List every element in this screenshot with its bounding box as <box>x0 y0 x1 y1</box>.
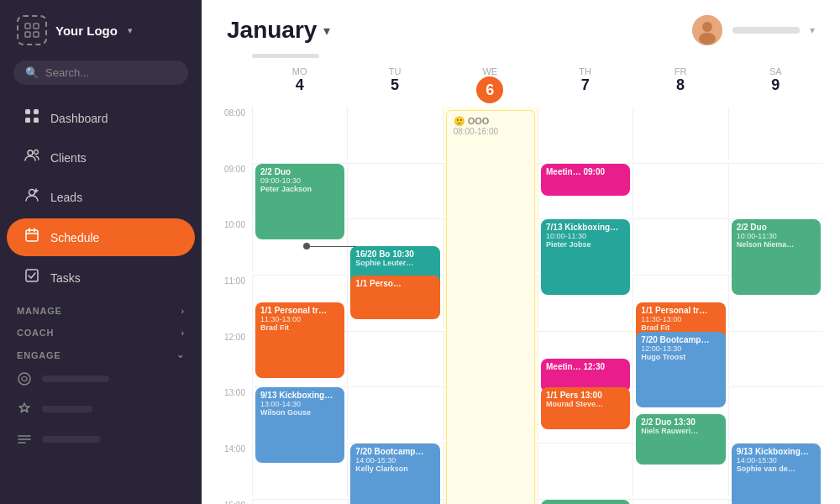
day-cell-th-14[interactable] <box>538 443 633 496</box>
drag-line <box>306 246 356 247</box>
user-avatar[interactable] <box>692 15 722 45</box>
schedule-icon <box>24 228 40 247</box>
logo-box <box>17 15 47 45</box>
day-cell-we-14[interactable] <box>443 443 538 496</box>
event-mo-kickboxing[interactable]: 9/13 Kickboxing… 13:00-14:30 Wilson Gous… <box>255 387 344 463</box>
day-cell-tu-08[interactable] <box>347 107 442 160</box>
event-tu-bootcamp[interactable]: 7/20 Bootcamp… 14:00-15:30 Kelly Clarkso… <box>350 444 439 504</box>
event-fr-duo2[interactable]: 2/2 Duo 13:30 Niels Rauweri… <box>636 414 725 465</box>
time-label-08: 08:00 <box>210 107 252 160</box>
day-cell-mo-15[interactable] <box>252 499 347 504</box>
search-input[interactable] <box>45 66 176 79</box>
search-icon: 🔍 <box>25 66 39 79</box>
event-th-pers[interactable]: 1/1 Pers 13:00 Mourad Steve… <box>541 387 630 429</box>
day-cell-we-10[interactable] <box>443 218 538 272</box>
day-cell-tu-09[interactable] <box>347 163 442 217</box>
user-dropdown-icon[interactable]: ▾ <box>810 24 815 36</box>
time-label-15: 15:00 <box>210 499 252 504</box>
day-cell-tu-10[interactable]: 16/20 Bo 10:30 Sophie Leuter… <box>347 218 442 272</box>
section-engage[interactable]: ENGAGE ⌄ <box>0 341 202 364</box>
sidebar-item-tasks[interactable]: Tasks <box>7 259 195 297</box>
svg-rect-7 <box>34 118 39 123</box>
svg-rect-17 <box>26 270 38 281</box>
day-cell-mo-08[interactable] <box>252 107 347 160</box>
day-cell-tu-13[interactable] <box>347 386 442 440</box>
day-cell-we-12[interactable] <box>443 331 538 385</box>
day-cell-th-12[interactable]: Meetin… 12:30 <box>538 331 633 385</box>
month-dropdown-icon[interactable]: ▾ <box>323 23 330 39</box>
day-cell-th-09[interactable]: Meetin… 09:00 <box>538 163 633 217</box>
day-cell-fr-08[interactable] <box>633 107 727 160</box>
engage-item-3[interactable] <box>0 424 202 454</box>
day-cell-mo-13[interactable]: 9/13 Kickboxing… 13:00-14:30 Wilson Gous… <box>252 386 347 440</box>
day-header-we: We 6 <box>443 63 538 107</box>
day-cell-fr-12[interactable]: 7/20 Bootcamp… 12:00-13:30 Hugo Troost <box>633 331 727 385</box>
day-cell-th-15[interactable]: 2/2 Duo 15:00 Ben van den l… <box>538 499 633 504</box>
header-right: ▾ <box>692 15 815 45</box>
day-cell-tu-11[interactable]: 1/1 Perso… <box>347 275 442 328</box>
calendar-header: January ▾ ▾ <box>202 0 840 54</box>
event-mo-duo[interactable]: 2/2 Duo 09:00-10:30 Peter Jackson <box>255 164 344 239</box>
day-cell-sa-12[interactable] <box>728 331 823 385</box>
time-label-12: 12:00 <box>210 331 252 385</box>
month-title[interactable]: January ▾ <box>227 17 330 44</box>
svg-point-24 <box>699 33 716 45</box>
search-bar[interactable]: 🔍 <box>13 60 188 85</box>
sidebar-item-leads[interactable]: Leads <box>7 178 195 216</box>
time-label-13: 13:00 <box>210 386 252 440</box>
day-cell-fr-10[interactable] <box>633 218 727 272</box>
day-cell-mo-11[interactable]: 1/1 Personal tr… 11:30-13:00 Brad Fit <box>252 275 347 328</box>
engage-text-placeholder-1 <box>42 375 109 382</box>
day-cell-th-13[interactable]: 1/1 Pers 13:00 Mourad Steve… <box>538 386 633 440</box>
day-cell-tu-14[interactable]: 7/20 Bootcamp… 14:00-15:30 Kelly Clarkso… <box>347 443 442 496</box>
day-cell-fr-09[interactable] <box>633 163 727 217</box>
day-cell-sa-10[interactable]: 2/2 Duo 10:00-11:30 Nelson Niema… <box>728 218 823 272</box>
sidebar-item-schedule[interactable]: Schedule <box>7 218 195 256</box>
svg-rect-6 <box>25 118 30 123</box>
sidebar-item-clients[interactable]: Clients <box>7 139 195 176</box>
day-cell-fr-15[interactable] <box>633 499 727 504</box>
event-tu-personal[interactable]: 1/1 Perso… <box>350 276 439 319</box>
day-cell-th-10[interactable]: 7/13 Kickboxing… 10:00-11:30 Pieter Jobs… <box>538 218 633 272</box>
tasks-label: Tasks <box>50 271 81 285</box>
day-cell-sa-13[interactable] <box>728 386 823 440</box>
day-cell-th-08[interactable] <box>538 107 633 160</box>
day-cell-we-15[interactable] <box>443 499 538 504</box>
event-fr-bootcamp[interactable]: 7/20 Bootcamp… 12:00-13:30 Hugo Troost <box>636 332 725 407</box>
day-cell-we-09[interactable]: 🙂 OOO 08:00-16:00 ≡ <box>443 163 538 217</box>
day-cell-we-08[interactable] <box>443 107 538 160</box>
time-grid-scroll[interactable]: 08:00 09:00 2/2 Duo 09:00-10:30 Peter Ja… <box>202 107 840 504</box>
day-cell-sa-08[interactable] <box>728 107 823 160</box>
svg-rect-2 <box>25 32 30 37</box>
day-cell-we-11[interactable] <box>443 275 538 328</box>
event-th-meeting1[interactable]: Meetin… 09:00 <box>541 164 630 196</box>
section-manage[interactable]: MANAGE › <box>0 297 202 319</box>
day-cell-we-13[interactable] <box>443 386 538 440</box>
engage-text-placeholder-3 <box>42 436 101 443</box>
day-cell-fr-11[interactable]: 1/1 Personal tr… 11:30-13:00 Brad Fit <box>633 275 727 328</box>
engage-item-1[interactable] <box>0 364 202 394</box>
svg-rect-5 <box>34 109 39 114</box>
svg-rect-0 <box>25 24 30 29</box>
svg-rect-1 <box>34 24 39 29</box>
event-sa-kickboxing[interactable]: 9/13 Kickboxing… 14:00-15:30 Sophie van … <box>732 444 821 504</box>
user-name-placeholder <box>732 27 800 34</box>
time-label-14: 14:00 <box>210 443 252 496</box>
section-coach[interactable]: COACH › <box>0 319 202 341</box>
engage-item-2[interactable] <box>0 394 202 424</box>
event-th-kickboxing[interactable]: 7/13 Kickboxing… 10:00-11:30 Pieter Jobs… <box>541 219 630 295</box>
logo-chevron: ▾ <box>128 25 133 36</box>
day-header-sa: Sa 9 <box>728 63 823 107</box>
day-header-tu: Tu 5 <box>347 63 442 107</box>
event-sa-duo[interactable]: 2/2 Duo 10:00-11:30 Nelson Niema… <box>732 219 821 295</box>
day-cell-sa-14[interactable]: 9/13 Kickboxing… 14:00-15:30 Sophie van … <box>728 443 823 496</box>
day-headers: Mo 4 Tu 5 We 6 Th 7 Fr 8 Sa 9 <box>202 63 840 107</box>
event-th-duo2[interactable]: 2/2 Duo 15:00 Ben van den l… <box>541 500 630 504</box>
sidebar-item-dashboard[interactable]: Dashboard <box>7 99 195 137</box>
day-cell-tu-12[interactable] <box>347 331 442 385</box>
day-cell-sa-09[interactable] <box>728 163 823 217</box>
event-mo-personal[interactable]: 1/1 Personal tr… 11:30-13:00 Brad Fit <box>255 302 344 378</box>
clients-label: Clients <box>50 151 87 165</box>
day-cell-mo-09[interactable]: 2/2 Duo 09:00-10:30 Peter Jackson <box>252 163 347 217</box>
logo-area[interactable]: Your Logo ▾ <box>0 0 202 60</box>
